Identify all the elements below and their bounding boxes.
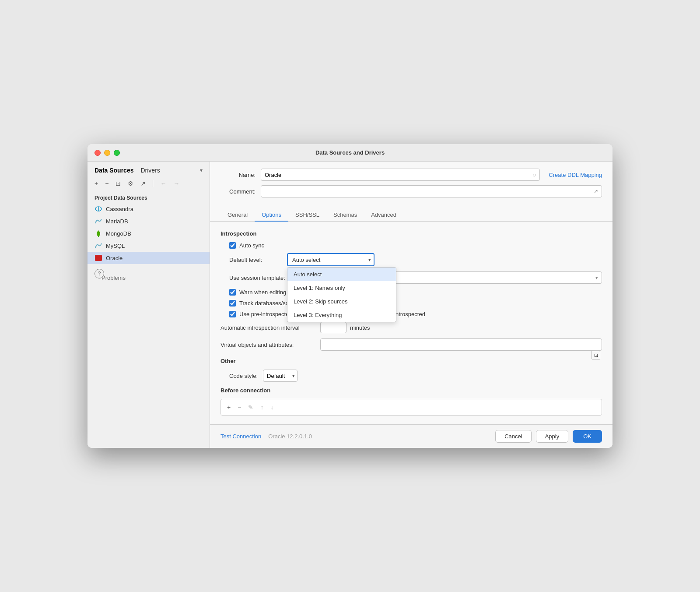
dropdown-item-level3[interactable]: Level 3: Everything bbox=[287, 308, 396, 322]
forward-button[interactable]: → bbox=[172, 179, 181, 188]
sidebar-item-mysql[interactable]: MySQL bbox=[88, 240, 210, 252]
pre-introspected-row: Use pre-introspected objects for system … bbox=[229, 311, 602, 317]
options-panel-content: Introspection Auto sync Default level: A… bbox=[210, 222, 612, 424]
close-button[interactable] bbox=[94, 150, 101, 156]
footer-left: Test Connection Oracle 12.2.0.1.0 bbox=[220, 433, 495, 440]
footer-right: Cancel Apply OK bbox=[495, 430, 602, 443]
traffic-lights bbox=[94, 150, 120, 156]
tab-ssh-ssl[interactable]: SSH/SSL bbox=[288, 209, 326, 222]
code-style-wrap: Default Custom ▾ bbox=[263, 370, 298, 382]
comment-input-wrap: ↗ bbox=[261, 185, 602, 197]
sidebar-tab-data-sources[interactable]: Data Sources bbox=[94, 167, 133, 174]
comment-input[interactable] bbox=[265, 188, 594, 195]
mariadb-label: MariaDB bbox=[106, 218, 128, 225]
title-bar: Data Sources and Drivers bbox=[88, 144, 612, 162]
dropdown-item-level2[interactable]: Level 2: Skip sources bbox=[287, 295, 396, 308]
mariadb-icon bbox=[94, 217, 102, 225]
track-databases-row: Track databases/schemas cre bbox=[229, 300, 602, 307]
cancel-button[interactable]: Cancel bbox=[495, 430, 531, 443]
comment-label: Comment: bbox=[220, 188, 256, 195]
cassandra-label: Cassandra bbox=[106, 206, 133, 212]
sidebar: Data Sources Drivers ▾ + − ⊡ ⚙ ↗ ← → Pro… bbox=[88, 162, 210, 448]
other-section-title: Other bbox=[220, 358, 602, 364]
warn-editing-row: Warn when editing outdated D bbox=[229, 289, 602, 296]
bc-remove-button[interactable]: − bbox=[237, 403, 242, 412]
window-title: Data Sources and Drivers bbox=[315, 149, 385, 156]
form-header: Name: ○ Create DDL Mapping Comment: ↗ bbox=[210, 162, 612, 202]
sidebar-header: Data Sources Drivers ▾ bbox=[88, 162, 210, 177]
problems-section: Problems bbox=[94, 271, 203, 285]
code-style-row: Code style: Default Custom ▾ bbox=[229, 370, 602, 382]
project-data-sources-label: Project Data Sources bbox=[88, 191, 210, 203]
mongodb-icon bbox=[94, 229, 102, 237]
expand-icon[interactable]: ↗ bbox=[594, 188, 598, 194]
name-label: Name: bbox=[220, 172, 256, 178]
default-level-dropdown[interactable]: Auto select bbox=[287, 253, 374, 266]
name-input-wrap: ○ bbox=[261, 169, 540, 181]
default-level-dropdown-wrap: Auto select ▾ Auto select Level 1: Names… bbox=[287, 253, 374, 266]
sidebar-dropdown-icon[interactable]: ▾ bbox=[200, 167, 203, 173]
back-button[interactable]: ← bbox=[158, 179, 168, 188]
virtual-objects-input[interactable] bbox=[320, 338, 602, 351]
tab-options[interactable]: Options bbox=[255, 209, 288, 222]
pre-introspected-checkbox[interactable] bbox=[229, 311, 236, 317]
tab-schemas[interactable]: Schemas bbox=[326, 209, 364, 222]
sidebar-item-mongodb[interactable]: MongoDB bbox=[88, 227, 210, 240]
bc-down-button[interactable]: ↓ bbox=[270, 403, 274, 412]
sidebar-tab-drivers[interactable]: Drivers bbox=[140, 167, 160, 174]
default-level-menu: Auto select Level 1: Names only Level 2:… bbox=[287, 267, 396, 322]
cassandra-icon bbox=[94, 205, 102, 213]
sidebar-item-cassandra[interactable]: Cassandra bbox=[88, 203, 210, 215]
test-connection-button[interactable]: Test Connection bbox=[220, 433, 261, 440]
add-datasource-button[interactable]: + bbox=[93, 179, 100, 188]
maximize-button[interactable] bbox=[114, 150, 120, 156]
ok-button[interactable]: OK bbox=[573, 430, 602, 443]
copy-datasource-button[interactable]: ⊡ bbox=[114, 179, 122, 188]
introspection-section-title: Introspection bbox=[220, 230, 602, 237]
code-style-select[interactable]: Default Custom bbox=[263, 370, 298, 382]
help-button[interactable]: ? bbox=[94, 269, 104, 278]
interval-input[interactable] bbox=[320, 322, 346, 333]
sidebar-item-mariadb[interactable]: MariaDB bbox=[88, 215, 210, 227]
virtual-objects-row: Virtual objects and attributes: ⊡ bbox=[220, 338, 602, 351]
mysql-label: MySQL bbox=[106, 243, 125, 249]
remove-datasource-button[interactable]: − bbox=[103, 179, 110, 188]
session-template-arrow: ▾ bbox=[595, 275, 598, 281]
track-databases-checkbox[interactable] bbox=[229, 300, 236, 307]
default-level-row: Default level: Auto select ▾ Auto select… bbox=[229, 253, 602, 266]
bc-up-button[interactable]: ↑ bbox=[259, 403, 264, 412]
minimize-button[interactable] bbox=[104, 150, 110, 156]
main-content: Data Sources Drivers ▾ + − ⊡ ⚙ ↗ ← → Pro… bbox=[88, 162, 612, 448]
open-button[interactable]: ↗ bbox=[139, 179, 147, 188]
dropdown-item-level1[interactable]: Level 1: Names only bbox=[287, 281, 396, 295]
bc-edit-button[interactable]: ✎ bbox=[247, 403, 254, 412]
oracle-icon bbox=[94, 254, 102, 262]
tab-general[interactable]: General bbox=[220, 209, 255, 222]
panel-footer: Test Connection Oracle 12.2.0.1.0 Cancel… bbox=[210, 424, 612, 448]
interval-label: Automatic introspection interval bbox=[220, 324, 317, 331]
default-level-label: Default level: bbox=[229, 257, 282, 263]
name-row: Name: ○ Create DDL Mapping bbox=[220, 169, 602, 181]
name-input[interactable] bbox=[265, 172, 532, 178]
main-window: Data Sources and Drivers Data Sources Dr… bbox=[88, 144, 612, 448]
other-section: Other Code style: Default Custom ▾ bbox=[220, 358, 602, 382]
folder-browse-button[interactable]: ⊡ bbox=[592, 351, 600, 359]
apply-button[interactable]: Apply bbox=[536, 430, 569, 443]
settings-button[interactable]: ⚙ bbox=[126, 179, 135, 188]
comment-row: Comment: ↗ bbox=[220, 185, 602, 197]
mysql-icon bbox=[94, 242, 102, 250]
dropdown-item-auto-select[interactable]: Auto select bbox=[287, 268, 396, 281]
sidebar-toolbar: + − ⊡ ⚙ ↗ ← → bbox=[88, 177, 210, 191]
sidebar-item-oracle[interactable]: Oracle bbox=[88, 252, 210, 264]
before-connection-section-title: Before connection bbox=[220, 387, 602, 394]
before-connection-section: Before connection + − ✎ ↑ ↓ bbox=[220, 387, 602, 416]
tab-advanced[interactable]: Advanced bbox=[364, 209, 403, 222]
name-icon: ○ bbox=[532, 171, 536, 178]
tabs-bar: General Options SSH/SSL Schemas Advanced bbox=[210, 204, 612, 222]
auto-sync-checkbox[interactable] bbox=[229, 242, 236, 249]
virtual-objects-label: Virtual objects and attributes: bbox=[220, 342, 317, 348]
create-ddl-link[interactable]: Create DDL Mapping bbox=[549, 172, 602, 178]
code-style-label: Code style: bbox=[229, 373, 258, 379]
bc-add-button[interactable]: + bbox=[226, 403, 231, 412]
warn-editing-checkbox[interactable] bbox=[229, 289, 236, 296]
